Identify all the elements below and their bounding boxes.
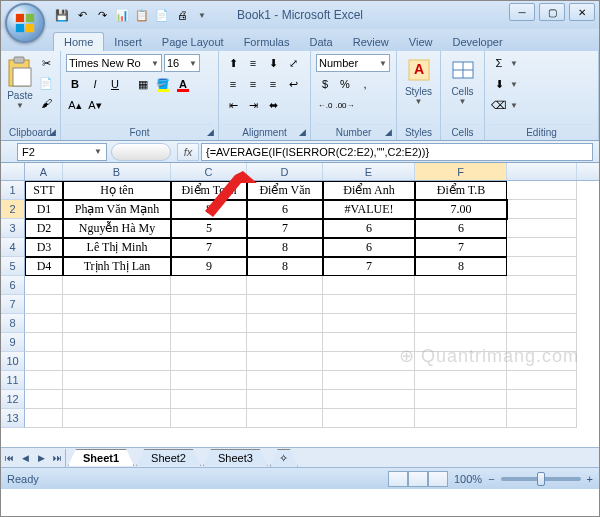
tab-review[interactable]: Review bbox=[343, 33, 399, 51]
save-icon[interactable]: 💾 bbox=[53, 6, 71, 24]
qat-item-icon[interactable]: 📋 bbox=[133, 6, 151, 24]
currency-icon[interactable]: $ bbox=[316, 75, 334, 93]
prev-sheet-icon[interactable]: ◀ bbox=[17, 449, 33, 467]
cell[interactable] bbox=[25, 295, 63, 314]
fx-button[interactable]: fx bbox=[177, 143, 199, 161]
alignment-launcher-icon[interactable]: ◢ bbox=[296, 126, 308, 138]
cell[interactable] bbox=[25, 409, 63, 428]
decrease-indent-icon[interactable]: ⇤ bbox=[224, 96, 242, 114]
formula-toggle[interactable] bbox=[111, 143, 171, 161]
cell[interactable]: 8 bbox=[247, 238, 323, 257]
cell[interactable] bbox=[507, 276, 577, 295]
cell[interactable] bbox=[507, 371, 577, 390]
row-header[interactable]: 1 bbox=[1, 181, 25, 200]
cell[interactable] bbox=[507, 352, 577, 371]
cell[interactable] bbox=[323, 390, 415, 409]
page-break-view-icon[interactable] bbox=[428, 471, 448, 487]
align-top-icon[interactable]: ⬆ bbox=[224, 54, 242, 72]
first-sheet-icon[interactable]: ⏮ bbox=[1, 449, 17, 467]
cell[interactable] bbox=[171, 409, 247, 428]
cell[interactable] bbox=[323, 314, 415, 333]
font-launcher-icon[interactable]: ◢ bbox=[204, 126, 216, 138]
cell[interactable]: D4 bbox=[25, 257, 63, 276]
cell[interactable] bbox=[247, 352, 323, 371]
fill-color-icon[interactable]: 🪣 bbox=[154, 75, 172, 93]
page-layout-view-icon[interactable] bbox=[408, 471, 428, 487]
font-family-combo[interactable]: Times New Ro▼ bbox=[66, 54, 162, 72]
zoom-level[interactable]: 100% bbox=[454, 473, 482, 485]
cell[interactable]: D2 bbox=[25, 219, 63, 238]
cell[interactable]: 6 bbox=[415, 219, 507, 238]
border-icon[interactable]: ▦ bbox=[134, 75, 152, 93]
cell[interactable]: 7 bbox=[415, 238, 507, 257]
cell[interactable] bbox=[415, 314, 507, 333]
cell[interactable]: 6 bbox=[323, 238, 415, 257]
sheet-tab[interactable]: Sheet3 bbox=[203, 449, 268, 466]
cell[interactable] bbox=[25, 276, 63, 295]
cell[interactable] bbox=[507, 219, 577, 238]
grow-font-icon[interactable]: A▴ bbox=[66, 96, 84, 114]
cells-button[interactable]: Cells▼ bbox=[446, 54, 479, 124]
cell[interactable] bbox=[63, 409, 171, 428]
sheet-tab[interactable]: Sheet1 bbox=[68, 449, 134, 466]
cell[interactable] bbox=[507, 238, 577, 257]
cell[interactable] bbox=[415, 333, 507, 352]
wrap-text-icon[interactable]: ↩ bbox=[284, 75, 302, 93]
cell[interactable]: Lê Thị Minh bbox=[63, 238, 171, 257]
cell[interactable]: 6 bbox=[323, 219, 415, 238]
underline-button[interactable]: U bbox=[106, 75, 124, 93]
formula-input[interactable]: {=AVERAGE(IF(ISERROR(C2:E2),"",C2:E2))} bbox=[201, 143, 593, 161]
cell[interactable]: Điểm Toán bbox=[171, 181, 247, 200]
close-button[interactable]: ✕ bbox=[569, 3, 595, 21]
cell[interactable] bbox=[247, 276, 323, 295]
cell[interactable]: Phạm Văn Mạnh bbox=[63, 200, 171, 219]
qat-item-icon[interactable]: 📄 bbox=[153, 6, 171, 24]
cell[interactable] bbox=[507, 390, 577, 409]
row-header[interactable]: 6 bbox=[1, 276, 25, 295]
cell[interactable] bbox=[247, 371, 323, 390]
row-header[interactable]: 7 bbox=[1, 295, 25, 314]
qat-item-icon[interactable]: 📊 bbox=[113, 6, 131, 24]
cell[interactable] bbox=[63, 352, 171, 371]
cell[interactable] bbox=[247, 390, 323, 409]
bold-button[interactable]: B bbox=[66, 75, 84, 93]
cell[interactable]: Nguyễn Hà My bbox=[63, 219, 171, 238]
cell[interactable] bbox=[507, 181, 577, 200]
increase-decimal-icon[interactable]: ←.0 bbox=[316, 96, 334, 114]
col-header[interactable]: E bbox=[323, 163, 415, 180]
col-header[interactable]: A bbox=[25, 163, 63, 180]
name-box[interactable]: F2▼ bbox=[17, 143, 107, 161]
row-header[interactable]: 12 bbox=[1, 390, 25, 409]
cell[interactable] bbox=[415, 295, 507, 314]
decrease-decimal-icon[interactable]: .00→ bbox=[336, 96, 354, 114]
cell[interactable]: 8 bbox=[171, 200, 247, 219]
cell[interactable]: Điểm T.B bbox=[415, 181, 507, 200]
undo-icon[interactable]: ↶ bbox=[73, 6, 91, 24]
cell[interactable] bbox=[63, 295, 171, 314]
zoom-slider[interactable] bbox=[501, 477, 581, 481]
cell[interactable]: Trịnh Thị Lan bbox=[63, 257, 171, 276]
number-format-combo[interactable]: Number▼ bbox=[316, 54, 390, 72]
cell[interactable]: 7 bbox=[323, 257, 415, 276]
office-button[interactable] bbox=[5, 3, 45, 43]
cell[interactable] bbox=[507, 295, 577, 314]
cell[interactable] bbox=[247, 295, 323, 314]
cell[interactable] bbox=[415, 390, 507, 409]
cell[interactable] bbox=[507, 200, 577, 219]
col-header[interactable] bbox=[507, 163, 577, 180]
row-header[interactable]: 8 bbox=[1, 314, 25, 333]
redo-icon[interactable]: ↷ bbox=[93, 6, 111, 24]
row-header[interactable]: 5 bbox=[1, 257, 25, 276]
tab-insert[interactable]: Insert bbox=[104, 33, 152, 51]
align-right-icon[interactable]: ≡ bbox=[264, 75, 282, 93]
cell[interactable]: Điểm Anh bbox=[323, 181, 415, 200]
row-header[interactable]: 9 bbox=[1, 333, 25, 352]
cell[interactable] bbox=[63, 390, 171, 409]
row-header[interactable]: 3 bbox=[1, 219, 25, 238]
cell[interactable]: 7 bbox=[171, 238, 247, 257]
cell[interactable] bbox=[247, 409, 323, 428]
cell[interactable] bbox=[323, 295, 415, 314]
cell[interactable] bbox=[323, 409, 415, 428]
format-painter-icon[interactable]: 🖌 bbox=[37, 94, 55, 112]
cell[interactable]: 5 bbox=[171, 219, 247, 238]
